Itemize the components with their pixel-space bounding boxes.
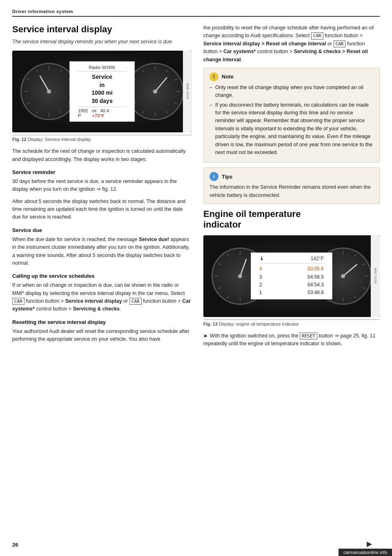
svg-line-15 [167,69,168,72]
car-button-3: CAR [311,32,323,39]
svg-point-41 [238,274,242,278]
bottom-row: 1992 mi 40.4 P +72°F [78,107,126,118]
car-button-2: CAR [129,298,142,305]
svg-line-18 [175,103,177,105]
subsection-service-reminder: Service reminder [12,169,192,175]
note-list: Only reset the oil change display when y… [209,84,374,156]
radio-label: Radio WXRK [78,65,126,71]
left-column: Service interval display The service int… [12,24,192,352]
barcode-strip: B8R-0506 [183,51,192,132]
tips-box-title: Tips [222,174,233,180]
svg-line-35 [227,295,229,298]
note-box-title: Note [222,74,234,80]
fig-caption-2: Fig. 13 Display: engine oil temperature … [203,319,380,326]
svg-line-5 [60,111,62,114]
dashboard-display: Radio WXRK Service in 1000 mi 30 days 19… [12,51,192,132]
engine-body-text: ► With the ignition switched on, press t… [203,332,380,348]
body-text-6: Your authorized Audi dealer will reset t… [12,328,192,344]
svg-line-39 [227,254,229,257]
note-icon: ! [209,72,218,81]
center-display: Radio WXRK Service in 1000 mi 30 days 19… [69,61,135,122]
gauge-right [127,63,184,120]
body-text-1: The schedule for the next oil change or … [12,147,192,163]
svg-line-47 [354,295,356,298]
oil-temp-display: 🌡 142°F 400:05.6304:56.5204:54.3103:48.8… [203,235,380,317]
svg-line-12 [40,76,49,92]
svg-line-38 [218,263,220,265]
tips-box: i Tips The information in the Service Re… [203,167,380,204]
dashboard-inner: Radio WXRK Service in 1000 mi 30 days 19… [12,51,192,132]
body-text-4: When the due date for service is reached… [12,236,192,268]
svg-line-21 [143,111,144,114]
oil-temp-inner: 🌡 142°F 400:05.6304:56.5204:54.3103:48.8… [203,235,380,317]
car-button-1: CAR [12,298,24,305]
svg-line-10 [27,79,29,80]
subsection-resetting: Resetting the service interval display [12,319,192,325]
right-body-1: the possibility to reset the oil change … [203,24,380,64]
svg-point-27 [153,89,157,94]
svg-line-54 [343,264,357,276]
service-text: Service in 1000 mi 30 days [78,73,126,105]
oil-row-3: 304:56.5 [259,273,324,281]
next-page-arrow: ▶ [367,540,372,548]
right-column: the possibility to reset the oil change … [203,24,380,352]
svg-line-19 [167,111,168,114]
two-column-layout: Service interval display The service int… [12,24,380,352]
note-box: ! Note Only reset the oil change display… [203,68,380,163]
body-text-3: After about 5 seconds the display switch… [12,198,192,221]
tips-body: The information in the Service Reminder … [209,183,374,199]
svg-line-8 [27,103,29,105]
subsection-calling-service: Calling up the service schedules [12,273,192,279]
svg-line-7 [36,111,38,114]
note-item-1: Only reset the oil change display when y… [209,84,374,100]
section-title: Service interval display [12,24,192,35]
svg-point-55 [341,274,345,278]
svg-line-44 [363,263,365,265]
svg-line-36 [218,287,220,289]
header-bar: Driver information system [12,8,380,17]
engine-section-title: Engine oil temperature indicator [203,209,380,230]
header-title: Driver information system [12,9,73,14]
page-container: Driver information system Service interv… [0,0,392,556]
section-intro: The service interval display reminds you… [12,38,192,46]
oil-center-display: 🌡 142°F 400:05.6304:56.5204:54.3103:48.8 [251,252,332,299]
website-bar: carmanualsonline.info [339,549,392,556]
tips-box-header: i Tips [209,172,374,181]
body-text-5: If or when an oil change or inspection i… [12,281,192,313]
svg-line-1 [60,69,62,72]
note-box-header: ! Note [209,72,374,81]
svg-line-25 [143,69,144,72]
car-button-4: CAR [334,40,346,47]
gauge-left [20,63,78,120]
svg-line-16 [175,79,177,80]
svg-line-11 [36,69,38,72]
oil-row-4: 400:05.6 [259,265,324,273]
thermometer-icon: 🌡 [259,255,265,261]
body-text-2: 30 days before the next service is due, … [12,178,192,194]
note-item-2: If you disconnect the battery terminals,… [209,101,374,157]
page-number: 26 [12,542,18,548]
oil-data-rows: 400:05.6304:56.5204:54.3103:48.8 [259,265,324,297]
svg-point-13 [47,89,51,94]
fig-caption-1: Fig. 12 Display: Service interval displa… [12,135,192,142]
oil-row-1: 103:48.8 [259,289,324,297]
barcode-strip-2: B8K-2256 [371,235,380,317]
oil-row-2: 204:54.3 [259,281,324,289]
subsection-service-due: Service due [12,227,192,233]
svg-line-43 [354,254,356,257]
svg-line-40 [240,259,246,276]
svg-line-46 [363,287,365,289]
tip-icon: i [209,172,218,181]
oil-header-row: 🌡 142°F [259,255,324,263]
reset-button: RESET [300,333,317,339]
svg-line-26 [155,78,167,92]
